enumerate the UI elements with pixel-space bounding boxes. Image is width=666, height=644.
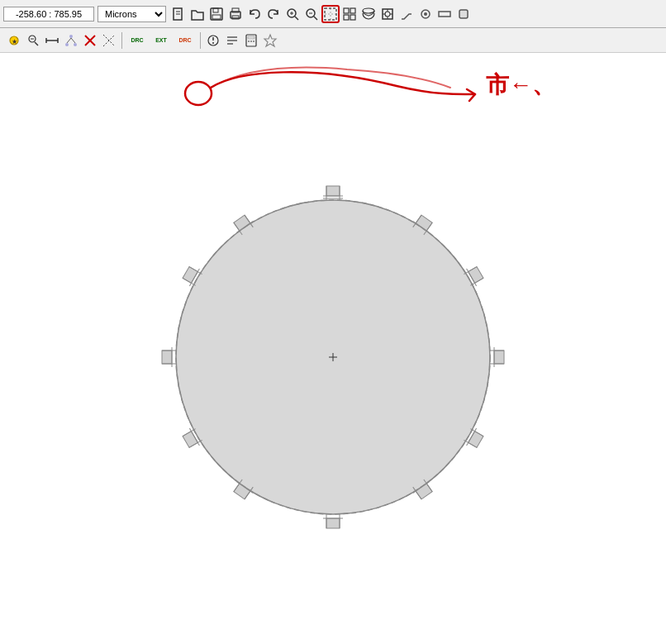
coordinates-display: -258.60 : 785.95 [3,7,94,21]
redo-icon[interactable] [264,5,283,23]
toolbar-separator-2 [200,32,201,49]
netlist-icon[interactable] [223,31,241,50]
svg-rect-20 [350,8,355,13]
svg-rect-5 [212,15,221,19]
svg-rect-33 [459,10,468,18]
ratsnest-icon[interactable] [100,31,118,50]
save-icon[interactable] [207,5,226,23]
svg-point-31 [424,12,427,16]
zoom-out-icon[interactable] [302,5,321,23]
print-icon[interactable] [226,5,245,23]
drc-ext-label: EXT [155,37,167,43]
zoom-icon[interactable] [283,5,302,23]
svg-point-116 [185,82,212,105]
drc-clr-icon[interactable]: DRC [174,31,197,50]
pad-top [323,186,343,201]
svg-rect-67 [326,186,340,196]
route-icon[interactable] [397,5,416,23]
svg-rect-80 [494,351,504,364]
svg-rect-58 [248,36,255,39]
main-toolbar-icons [169,5,473,23]
svg-rect-16 [325,8,336,20]
open-icon[interactable] [188,5,207,23]
drc-run-icon[interactable]: DRC [126,31,149,50]
svg-point-42 [69,35,73,38]
highlight-net-icon[interactable]: ★ [5,31,23,50]
clear-icon[interactable] [81,31,99,50]
svg-point-53 [212,42,214,44]
undo-icon[interactable] [245,5,264,23]
toolbar-separator-1 [121,32,122,49]
second-toolbar: ★ DRC EXT DRC [0,28,666,53]
drc-clr-label: DRC [178,37,191,43]
via-icon[interactable] [416,5,435,23]
svg-line-45 [67,38,71,43]
main-canvas[interactable]: 市←、 [0,53,666,644]
svg-point-43 [65,43,69,46]
measure-icon[interactable] [43,31,61,50]
top-toolbar: -258.60 : 785.95 Microns Millimeters Inc… [0,0,666,28]
calculator-icon[interactable] [242,31,260,50]
drc-run-label: DRC [131,37,143,43]
svg-rect-92 [326,518,340,528]
svg-line-10 [295,17,298,20]
fp-wizard-icon[interactable] [261,31,279,50]
units-selector[interactable]: Microns Millimeters Inches Mils [98,6,166,22]
svg-marker-62 [264,35,276,46]
grid-icon[interactable] [340,5,359,23]
svg-rect-22 [350,15,355,20]
svg-rect-104 [162,351,172,364]
svg-line-37 [35,42,38,45]
svg-text:★: ★ [12,38,17,45]
inspect-icon[interactable] [24,31,42,50]
svg-line-46 [71,38,75,43]
pad-icon[interactable] [454,5,473,23]
net-tools-icon[interactable] [62,31,80,50]
svg-line-14 [314,17,317,20]
net-report-icon[interactable] [204,31,222,50]
svg-point-23 [363,8,374,13]
pcb-chip-drawing [126,150,540,564]
svg-rect-32 [439,12,450,17]
drc-ext-icon[interactable]: EXT [150,31,173,50]
copper-icon[interactable] [435,5,454,23]
layer-icon[interactable] [359,5,378,23]
svg-rect-19 [344,8,349,13]
zoom-area-icon[interactable] [321,5,340,23]
svg-point-25 [385,12,390,17]
footprint-icon[interactable] [378,5,397,23]
svg-text:市←、: 市←、 [486,71,555,98]
svg-point-44 [74,43,77,46]
svg-rect-21 [344,15,349,20]
new-icon[interactable] [169,5,188,23]
